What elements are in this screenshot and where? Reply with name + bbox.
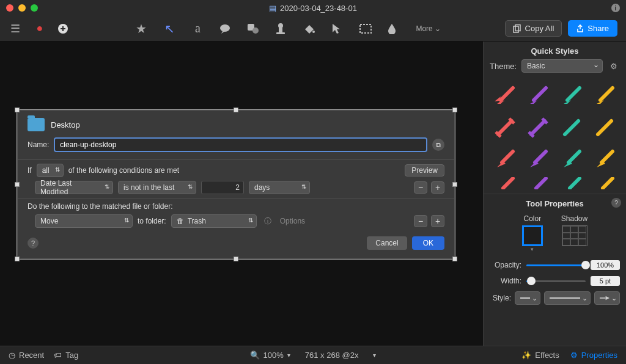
effects-tab[interactable]: ✨Effects <box>521 351 559 360</box>
zoom-window[interactable] <box>31 4 38 12</box>
resize-handle[interactable] <box>234 107 238 112</box>
preview-button[interactable]: Preview <box>405 164 444 177</box>
marquee-tool-icon[interactable] <box>359 24 373 34</box>
line-end-select[interactable] <box>594 291 620 305</box>
stamp-tool-icon[interactable] <box>275 23 289 35</box>
style-arrow-red[interactable] <box>488 80 521 112</box>
svg-rect-4 <box>276 32 285 34</box>
svg-line-35 <box>602 151 613 162</box>
zoom-control[interactable]: 🔍100% ▾ <box>250 351 290 360</box>
share-button[interactable]: Share <box>568 20 617 37</box>
cond-unit-select[interactable]: days <box>249 181 310 194</box>
pointer-tool-icon[interactable]: ↖ <box>163 21 176 36</box>
style-pen-yellow[interactable] <box>588 144 621 175</box>
tag-button[interactable]: 🏷Tag <box>54 351 78 360</box>
dims-chevron-icon[interactable]: ▾ <box>373 352 376 359</box>
ok-button[interactable]: OK <box>412 236 444 250</box>
options-label: Options <box>280 217 305 225</box>
remove-condition-button[interactable]: − <box>414 181 427 194</box>
opacity-slider[interactable] <box>526 260 586 271</box>
svg-rect-10 <box>515 24 520 31</box>
theme-select[interactable]: Basic <box>521 59 603 73</box>
color-swatch[interactable] <box>522 225 543 246</box>
style-partial-red[interactable] <box>488 175 521 191</box>
titlebar: ▤ 2020-03-04_23-48-01 i <box>0 0 626 16</box>
cancel-button[interactable]: Cancel <box>367 236 407 250</box>
style-line-purple[interactable] <box>521 112 554 144</box>
toolbar: ☰ ● ★ ↖ a More ⌄ <box>0 16 626 42</box>
fill-tool-icon[interactable] <box>303 23 317 34</box>
style-line-yellow[interactable] <box>588 112 621 144</box>
cond-attribute-select[interactable]: Date Last Modified <box>35 181 113 194</box>
resize-handle[interactable] <box>452 107 457 112</box>
copy-all-button[interactable]: Copy All <box>505 20 562 37</box>
window-title-text: 2020-03-04_23-48-01 <box>280 4 357 13</box>
opacity-value[interactable]: 100% <box>591 260 620 270</box>
help-icon[interactable]: ? <box>28 238 39 249</box>
cond-operator-select[interactable]: is not in the last <box>118 181 196 194</box>
style-arrow-yellow[interactable] <box>588 80 621 112</box>
style-pen-red[interactable] <box>488 144 521 175</box>
options-info-icon[interactable]: ⓘ <box>264 216 271 227</box>
recent-button[interactable]: ◷Recent <box>9 351 44 360</box>
style-arrow-teal[interactable] <box>555 80 588 112</box>
canvas[interactable]: Desktop Name: ⧉ If all of the following … <box>0 42 483 346</box>
document-icon: ▤ <box>269 4 276 13</box>
style-line-teal[interactable] <box>555 112 588 144</box>
action-verb-select[interactable]: Move <box>35 214 133 228</box>
resize-handle[interactable] <box>452 257 457 261</box>
minimize-window[interactable] <box>18 4 26 12</box>
gear-icon[interactable]: ⚙ <box>608 62 620 71</box>
resize-handle[interactable] <box>15 182 20 187</box>
style-arrow-purple[interactable] <box>521 80 554 112</box>
style-partial-yellow[interactable] <box>588 175 621 191</box>
folder-icon <box>28 118 45 131</box>
line-start-select[interactable] <box>515 291 540 305</box>
menu-icon[interactable]: ☰ <box>9 22 22 35</box>
callout-tool-icon[interactable] <box>219 23 232 34</box>
style-partial-purple[interactable] <box>521 175 554 191</box>
name-label: Name: <box>28 140 49 149</box>
line-style-select[interactable] <box>544 291 591 305</box>
embedded-dialog: Desktop Name: ⧉ If all of the following … <box>17 110 455 259</box>
shadow-label: Shadow <box>561 214 587 223</box>
cond-value-input[interactable] <box>201 181 244 194</box>
add-condition-button[interactable]: + <box>431 181 444 194</box>
width-slider[interactable] <box>526 275 586 286</box>
cursor-tool-icon[interactable] <box>331 23 345 35</box>
gear-icon: ⚙ <box>570 351 578 360</box>
tool-help-icon[interactable]: ? <box>611 198 621 208</box>
style-pen-purple[interactable] <box>521 144 554 175</box>
style-pen-teal[interactable] <box>555 144 588 175</box>
resize-handle[interactable] <box>234 257 238 261</box>
favorite-tool-icon[interactable]: ★ <box>134 21 148 36</box>
remove-action-button[interactable]: − <box>414 215 427 227</box>
selected-object[interactable]: Desktop Name: ⧉ If all of the following … <box>17 110 455 259</box>
record-icon[interactable]: ● <box>33 22 46 35</box>
action-destination-select[interactable]: 🗑Trash <box>171 214 257 228</box>
copy-name-icon[interactable]: ⧉ <box>432 139 444 151</box>
properties-tab[interactable]: ⚙Properties <box>570 351 617 360</box>
wand-icon: ✨ <box>521 351 531 360</box>
copy-icon <box>513 24 521 33</box>
rule-name-input[interactable] <box>54 137 427 152</box>
close-window[interactable] <box>6 4 13 12</box>
cond-scope-select[interactable]: all <box>37 164 64 177</box>
style-line-red[interactable] <box>488 112 521 144</box>
resize-handle[interactable] <box>15 257 20 261</box>
width-value[interactable]: 5 pt <box>591 276 620 286</box>
style-partial-teal[interactable] <box>555 175 588 191</box>
text-tool-icon[interactable]: a <box>191 21 204 35</box>
shadow-picker[interactable] <box>562 225 587 246</box>
more-tools[interactable]: More ⌄ <box>416 24 441 33</box>
add-icon[interactable] <box>57 23 71 34</box>
add-action-button[interactable]: + <box>431 215 444 227</box>
info-icon[interactable]: i <box>611 4 620 12</box>
resize-handle[interactable] <box>15 107 20 112</box>
shape-tool-icon[interactable] <box>247 23 260 34</box>
svg-line-19 <box>600 88 613 100</box>
width-label: Width: <box>490 277 521 285</box>
resize-handle[interactable] <box>452 182 457 187</box>
blur-tool-icon[interactable] <box>388 23 401 34</box>
svg-line-29 <box>502 151 513 162</box>
